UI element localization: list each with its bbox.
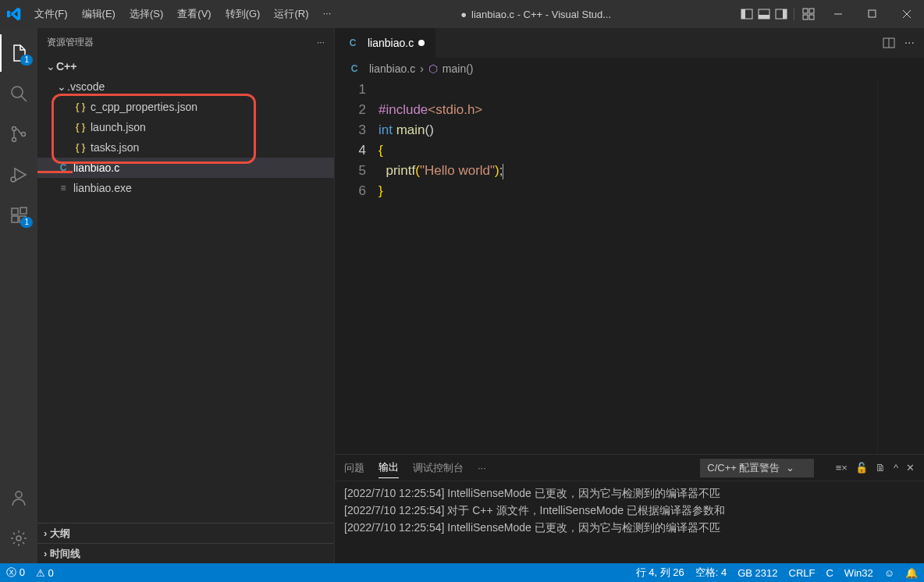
file-lianbiao-c[interactable]: Clianbiao.c <box>37 158 334 178</box>
layout-left-icon[interactable] <box>741 8 753 20</box>
file-launch[interactable]: { }launch.json <box>37 117 334 137</box>
svg-rect-8 <box>803 15 808 20</box>
menu-more[interactable]: ··· <box>316 4 337 24</box>
dirty-indicator-icon <box>418 40 425 46</box>
outline-section[interactable]: › 大纲 <box>37 523 334 543</box>
layout-right-icon[interactable] <box>775 8 787 20</box>
panel-more[interactable]: ··· <box>478 459 486 477</box>
output-line: [2022/7/10 12:25:54] 对于 C++ 源文件，IntelliS… <box>344 502 915 519</box>
sidebar-more-icon[interactable]: ··· <box>317 37 325 48</box>
filter-icon[interactable]: ≡× <box>836 462 848 474</box>
output-line: [2022/7/10 12:25:54] IntelliSenseMode 已更… <box>344 519 915 536</box>
breadcrumb-file[interactable]: lianbiao.c <box>369 62 415 75</box>
tab-more-icon[interactable]: ··· <box>904 36 915 50</box>
menu-goto[interactable]: 转到(G) <box>219 4 267 24</box>
svg-point-20 <box>11 177 16 182</box>
window-title: ● lianbiao.c - C++ - Visual Stud... <box>337 9 734 20</box>
svg-point-26 <box>16 536 21 541</box>
file-tree: ⌄C++ ⌄.vscode { }c_cpp_properties.json {… <box>37 56 334 523</box>
panel-problems[interactable]: 问题 <box>344 458 364 478</box>
activity-bar: 1 1 <box>0 28 37 563</box>
status-target[interactable]: Win32 <box>844 567 873 579</box>
status-feedback-icon[interactable]: ☺ <box>884 567 894 579</box>
c-file-icon: C <box>346 37 360 48</box>
file-lianbiao-exe[interactable]: ≡lianbiao.exe <box>37 178 334 198</box>
json-icon: { } <box>73 142 87 153</box>
activity-extensions[interactable]: 1 <box>0 197 37 234</box>
output-line: [2022/7/10 12:25:54] IntelliSenseMode 已更… <box>344 484 915 502</box>
editor-tabs: C lianbiao.c ··· <box>335 28 924 58</box>
bottom-panel: 问题 输出 调试控制台 ··· C/C++ 配置警告 ⌄ ≡× 🔓 🗎 ^ ✕ … <box>335 454 924 563</box>
svg-rect-5 <box>783 9 787 19</box>
status-bell-icon[interactable]: 🔔 <box>905 567 918 579</box>
json-icon: { } <box>73 101 87 112</box>
status-spaces[interactable]: 空格: 4 <box>695 566 727 580</box>
svg-point-25 <box>16 492 22 498</box>
status-encoding[interactable]: GB 2312 <box>737 567 777 579</box>
panel-maximize-icon[interactable]: ^ <box>894 462 898 474</box>
activity-account[interactable] <box>0 479 37 516</box>
status-errors[interactable]: ⓧ 0 <box>6 566 25 580</box>
activity-debug[interactable] <box>0 156 37 193</box>
menu-file[interactable]: 文件(F) <box>28 4 74 24</box>
panel-output[interactable]: 输出 <box>378 457 399 478</box>
menu-edit[interactable]: 编辑(E) <box>76 4 122 24</box>
sidebar: 资源管理器 ··· ⌄C++ ⌄.vscode { }c_cpp_propert… <box>37 28 334 563</box>
title-bar: 文件(F) 编辑(E) 选择(S) 查看(V) 转到(G) 运行(R) ··· … <box>0 0 924 28</box>
output-content[interactable]: [2022/7/10 12:25:54] IntelliSenseMode 已更… <box>335 481 924 563</box>
svg-rect-22 <box>12 216 18 222</box>
c-file-icon: C <box>56 162 70 173</box>
activity-explorer[interactable]: 1 <box>0 34 37 72</box>
customize-layout-icon[interactable] <box>802 8 815 20</box>
timeline-section[interactable]: › 时间线 <box>37 543 334 563</box>
panel-debug[interactable]: 调试控制台 <box>413 458 464 478</box>
menu-view[interactable]: 查看(V) <box>171 4 217 24</box>
folder-root[interactable]: ⌄C++ <box>37 56 334 76</box>
symbol-icon: ⬡ <box>428 62 438 75</box>
svg-point-14 <box>12 87 23 98</box>
sidebar-header: 资源管理器 ··· <box>37 28 334 56</box>
vscode-logo-icon <box>0 7 28 21</box>
minimap[interactable] <box>877 80 924 454</box>
panel-close-icon[interactable]: ✕ <box>906 462 915 474</box>
text-cursor <box>503 164 503 179</box>
tab-label: lianbiao.c <box>368 37 414 49</box>
chevron-right-icon: › <box>420 62 424 75</box>
maximize-button[interactable] <box>855 0 890 28</box>
menu-bar: 文件(F) 编辑(E) 选择(S) 查看(V) 转到(G) 运行(R) ··· <box>28 4 337 24</box>
lock-icon[interactable]: 🔓 <box>855 462 868 474</box>
breadcrumb-symbol[interactable]: main() <box>442 62 474 75</box>
breadcrumb[interactable]: C lianbiao.c › ⬡ main() <box>335 58 924 80</box>
exe-file-icon: ≡ <box>56 183 70 193</box>
open-log-icon[interactable]: 🗎 <box>876 462 886 474</box>
minimize-button[interactable] <box>821 0 855 28</box>
close-button[interactable] <box>890 0 924 28</box>
folder-vscode[interactable]: ⌄.vscode <box>37 76 334 97</box>
title-actions <box>734 8 821 20</box>
svg-point-16 <box>12 127 16 131</box>
svg-marker-19 <box>15 169 26 181</box>
layout-bottom-icon[interactable] <box>758 8 770 20</box>
code-editor[interactable]: 123 456 #include<stdio.h> int main() { p… <box>335 80 924 454</box>
status-warnings[interactable]: ⚠ 0 <box>36 567 54 579</box>
svg-rect-3 <box>759 15 769 19</box>
status-eol[interactable]: CRLF <box>789 567 816 579</box>
tab-lianbiao[interactable]: C lianbiao.c <box>335 28 436 58</box>
file-ccpp[interactable]: { }c_cpp_properties.json <box>37 97 334 117</box>
status-position[interactable]: 行 4, 列 26 <box>636 566 684 580</box>
activity-scm[interactable] <box>0 115 37 153</box>
activity-settings[interactable] <box>0 520 37 557</box>
activity-search[interactable] <box>0 75 37 112</box>
split-editor-icon[interactable] <box>883 37 895 49</box>
dirty-dot-icon: ● <box>460 9 467 20</box>
file-tasks[interactable]: { }tasks.json <box>37 137 334 158</box>
status-language[interactable]: C <box>826 567 833 579</box>
svg-point-18 <box>22 133 26 137</box>
title-text: lianbiao.c - C++ - Visual Stud... <box>471 9 611 20</box>
code-content[interactable]: #include<stdio.h> int main() { printf("H… <box>378 80 877 454</box>
c-file-icon: C <box>347 63 361 74</box>
output-channel-select[interactable]: C/C++ 配置警告 ⌄ <box>700 459 813 477</box>
svg-point-17 <box>12 138 16 142</box>
menu-select[interactable]: 选择(S) <box>123 4 169 24</box>
menu-run[interactable]: 运行(R) <box>268 4 315 24</box>
